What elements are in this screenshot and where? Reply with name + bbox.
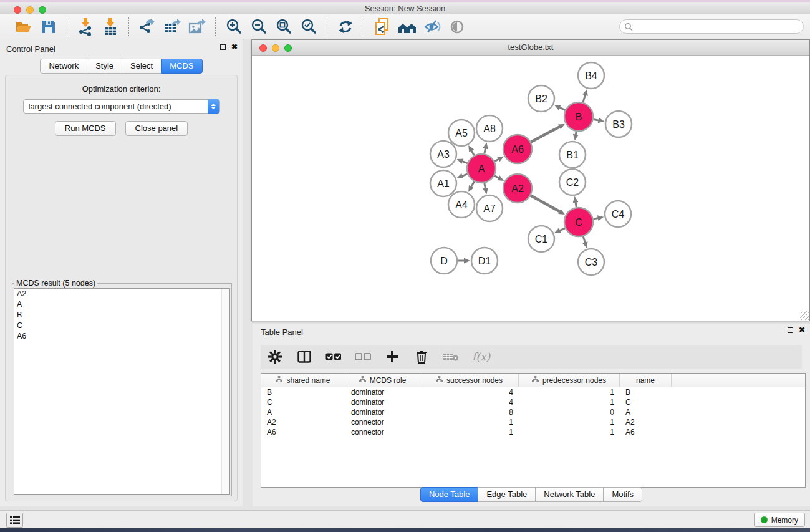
node-table[interactable]: shared nameMCDS rolesuccessor nodesprede… [261, 373, 806, 488]
tab-mcds[interactable]: MCDS [161, 59, 202, 74]
show-panels-icon[interactable] [446, 17, 468, 36]
node-D[interactable]: D [431, 248, 457, 274]
edge-C-C1[interactable] [559, 228, 565, 231]
edge-A6-B[interactable] [531, 127, 560, 142]
tab-select[interactable]: Select [122, 59, 162, 74]
edge-A-A1[interactable] [462, 174, 468, 176]
column-header-shared-name[interactable]: shared name [261, 374, 345, 387]
criterion-select[interactable]: largest connected component (directed) [23, 99, 220, 114]
delete-table-icon[interactable] [443, 349, 459, 365]
node-A2[interactable]: A2 [503, 174, 532, 203]
close-table-panel-icon[interactable]: ✖ [799, 327, 805, 333]
edge-C-C3[interactable] [583, 236, 585, 243]
mcds-result-item[interactable]: A2 [14, 289, 229, 299]
edge-A2-C[interactable] [531, 196, 560, 212]
deselect-all-icon[interactable] [355, 349, 371, 365]
column-header-MCDS-role[interactable]: MCDS role [345, 374, 420, 387]
task-history-button[interactable] [6, 513, 23, 528]
scrollbar-track[interactable] [221, 289, 229, 494]
node-B1[interactable]: B1 [559, 142, 586, 168]
memory-button[interactable]: Memory [754, 513, 805, 527]
refresh-icon[interactable] [335, 17, 356, 36]
function-icon[interactable]: f(x) [472, 351, 490, 363]
edge-A-A5[interactable] [471, 150, 475, 155]
run-mcds-button[interactable]: Run MCDS [55, 121, 116, 136]
network-canvas[interactable]: B4B2BB3B1A5A8A6A3AA1A2C2A4A7CC4C1C3DD1 [252, 56, 809, 321]
tab-network-table[interactable]: Network Table [535, 487, 604, 502]
table-row[interactable]: A2connector11A2 [261, 417, 805, 427]
node-A7[interactable]: A7 [476, 195, 503, 221]
mcds-result-item[interactable]: A [14, 299, 229, 310]
search-field[interactable] [619, 19, 804, 34]
mcds-result-list[interactable]: A2ABCA6 [14, 288, 230, 495]
node-C4[interactable]: C4 [605, 201, 631, 227]
gear-icon[interactable] [267, 349, 283, 365]
save-session-icon[interactable] [38, 17, 59, 36]
node-C3[interactable]: C3 [578, 249, 604, 275]
node-A3[interactable]: A3 [430, 141, 456, 167]
node-C[interactable]: C [564, 208, 593, 236]
tab-style[interactable]: Style [87, 59, 122, 74]
edge-B-B2[interactable] [559, 107, 566, 110]
resize-grip[interactable] [800, 311, 809, 320]
node-A5[interactable]: A5 [448, 120, 475, 146]
float-panel-icon[interactable] [220, 44, 226, 50]
edge-C-C4[interactable] [594, 218, 599, 219]
edge-A-A2[interactable] [494, 176, 499, 178]
edge-B-B4[interactable] [583, 95, 586, 102]
node-A6[interactable]: A6 [503, 135, 532, 163]
float-table-panel-icon[interactable] [788, 327, 793, 333]
node-A1[interactable]: A1 [430, 170, 456, 196]
open-session-icon[interactable] [13, 17, 34, 36]
zoom-selected-icon[interactable] [298, 17, 319, 36]
export-table-icon[interactable] [162, 17, 183, 36]
node-C2[interactable]: C2 [559, 169, 586, 195]
tab-motifs[interactable]: Motifs [603, 487, 642, 502]
tab-node-table[interactable]: Node Table [420, 487, 479, 502]
zoom-in-icon[interactable] [223, 17, 244, 36]
tab-network[interactable]: Network [40, 59, 87, 74]
delete-icon[interactable] [413, 349, 430, 365]
edge-A-A7[interactable] [485, 183, 486, 189]
network-window-titlebar[interactable]: testGlobe.txt [252, 40, 809, 56]
import-network-icon[interactable] [75, 17, 96, 36]
column-header-successor-nodes[interactable]: successor nodes [420, 374, 519, 387]
add-column-icon[interactable] [384, 349, 400, 365]
edge-C-C2[interactable] [576, 202, 576, 208]
mcds-result-item[interactable]: B [14, 310, 229, 321]
table-row[interactable]: Cdominator41C [261, 397, 805, 407]
home-icon[interactable] [397, 17, 418, 36]
import-table-icon[interactable] [100, 17, 121, 36]
edge-A-A4[interactable] [471, 181, 474, 187]
edge-A-A8[interactable] [485, 148, 486, 153]
table-row[interactable]: Bdominator41B [261, 387, 805, 397]
column-header-predecessor-nodes[interactable]: predecessor nodes [519, 374, 620, 387]
search-input[interactable] [633, 22, 803, 31]
column-header-name[interactable]: name [620, 374, 672, 387]
edge-A-A3[interactable] [462, 161, 468, 163]
export-network-icon[interactable] [137, 17, 158, 36]
node-B2[interactable]: B2 [528, 85, 554, 112]
zoom-fit-icon[interactable] [273, 17, 294, 36]
node-B3[interactable]: B3 [605, 111, 632, 137]
zoom-out-icon[interactable] [248, 17, 269, 36]
mcds-result-item[interactable]: A6 [14, 331, 229, 342]
node-C1[interactable]: C1 [528, 226, 554, 252]
export-image-icon[interactable] [186, 17, 208, 36]
node-A4[interactable]: A4 [448, 191, 475, 218]
node-A8[interactable]: A8 [476, 115, 503, 142]
table-row[interactable]: Adominator80A [261, 407, 805, 417]
mcds-result-item[interactable]: C [14, 321, 229, 331]
select-all-icon[interactable] [325, 349, 342, 365]
columns-icon[interactable] [296, 349, 312, 365]
hide-panels-icon[interactable] [422, 17, 443, 36]
clone-network-icon[interactable] [372, 17, 393, 36]
node-A[interactable]: A [467, 154, 496, 183]
node-D1[interactable]: D1 [471, 248, 498, 274]
edge-A-A6[interactable] [494, 159, 499, 162]
node-B4[interactable]: B4 [578, 62, 604, 89]
table-row[interactable]: A6connector11A6 [261, 427, 805, 437]
tab-edge-table[interactable]: Edge Table [478, 487, 536, 502]
close-panel-icon[interactable]: ✖ [231, 44, 238, 50]
edge-B-B3[interactable] [594, 119, 599, 120]
